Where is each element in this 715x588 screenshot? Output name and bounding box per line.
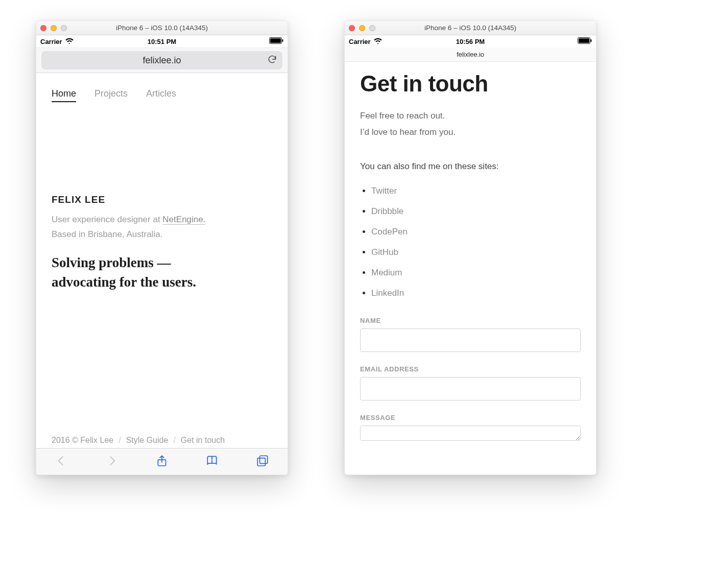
form-group-name: NAME <box>360 317 581 352</box>
wifi-icon <box>65 38 74 45</box>
footer-separator: / <box>173 436 175 445</box>
clock: 10:51 PM <box>148 38 176 45</box>
url-text: felixlee.io <box>142 55 181 66</box>
url-text: felixlee.io <box>457 51 484 58</box>
social-link-twitter[interactable]: Twitter <box>371 181 581 201</box>
form-group-message: MESSAGE <box>360 414 581 443</box>
svg-rect-8 <box>591 39 592 42</box>
url-pill[interactable]: felixlee.io <box>41 51 282 69</box>
ios-status-bar: Carrier 10:51 PM <box>36 35 288 48</box>
form-group-email: EMAIL ADDRESS <box>360 365 581 401</box>
social-link-codepen[interactable]: CodePen <box>371 222 581 242</box>
social-links-list: Twitter Dribbble CodePen GitHub Medium L… <box>360 181 581 303</box>
svg-rect-7 <box>579 38 589 43</box>
also-find-text: You can also find me on these sites: <box>360 161 581 172</box>
lead-line2: I’d love to hear from you. <box>360 124 581 140</box>
tab-projects[interactable]: Projects <box>94 88 128 102</box>
carrier-label: Carrier <box>40 38 62 45</box>
social-link-dribbble[interactable]: Dribbble <box>371 201 581 222</box>
social-link-github[interactable]: GitHub <box>371 242 581 263</box>
mac-titlebar: iPhone 6 – iOS 10.0 (14A345) <box>36 21 288 35</box>
email-label: EMAIL ADDRESS <box>360 365 581 373</box>
nav-tabs: Home Projects Articles <box>36 73 288 102</box>
svg-rect-2 <box>282 39 283 42</box>
svg-rect-1 <box>270 38 281 43</box>
zoom-icon[interactable] <box>369 25 375 31</box>
carrier-label: Carrier <box>349 38 371 45</box>
battery-icon <box>578 37 592 45</box>
back-icon[interactable] <box>55 454 68 469</box>
traffic-lights <box>349 25 375 31</box>
close-icon[interactable] <box>40 25 46 31</box>
svg-rect-4 <box>259 456 267 463</box>
reload-icon[interactable] <box>267 54 277 67</box>
ios-status-bar: Carrier 10:56 PM <box>345 35 596 48</box>
email-input[interactable] <box>360 377 581 401</box>
svg-rect-5 <box>257 458 265 465</box>
lead-line1: Feel free to reach out. <box>360 108 581 124</box>
battery-icon <box>269 37 283 45</box>
close-icon[interactable] <box>349 25 355 31</box>
tagline-line1: Solving problems — <box>52 255 171 270</box>
page-home: Home Projects Articles FELIX LEE User ex… <box>36 73 288 475</box>
tab-articles[interactable]: Articles <box>146 88 176 102</box>
forward-icon[interactable] <box>105 454 118 469</box>
minimize-icon[interactable] <box>359 25 365 31</box>
brand-name: FELIX LEE <box>52 194 272 205</box>
bookmarks-icon[interactable] <box>205 454 219 469</box>
footer-contact[interactable]: Get in touch <box>181 436 225 445</box>
simulator-window-left: iPhone 6 – iOS 10.0 (14A345) Carrier 10:… <box>36 20 288 475</box>
footer-links: 2016 © Felix Lee / Style Guide / Get in … <box>52 436 272 445</box>
byline: User experience designer at NetEngine. B… <box>52 213 272 242</box>
traffic-lights <box>40 25 67 31</box>
tab-home[interactable]: Home <box>52 88 76 102</box>
footer-separator: / <box>118 436 121 445</box>
social-link-medium[interactable]: Medium <box>371 263 581 283</box>
footer-copyright: 2016 © Felix Lee <box>52 436 113 445</box>
page-title: Get in touch <box>360 71 581 97</box>
page-contact: Get in touch Feel free to reach out. I’d… <box>345 62 596 475</box>
tagline-line2: advocating for the users. <box>52 274 196 290</box>
tabs-icon[interactable] <box>256 454 269 469</box>
name-input[interactable] <box>360 328 581 352</box>
zoom-icon[interactable] <box>61 25 67 31</box>
window-title: iPhone 6 – iOS 10.0 (14A345) <box>345 24 596 32</box>
lead-text: Feel free to reach out. I’d love to hear… <box>360 108 581 141</box>
name-label: NAME <box>360 317 581 324</box>
share-icon[interactable] <box>155 454 169 469</box>
minimize-icon[interactable] <box>51 25 57 31</box>
byline-prefix: User experience designer at <box>52 215 162 224</box>
simulator-window-right: iPhone 6 – iOS 10.0 (14A345) Carrier 10:… <box>344 20 597 475</box>
byline-link[interactable]: NetEngine. <box>162 215 205 225</box>
tagline: Solving problems — advocating for the us… <box>52 253 272 292</box>
safari-url-bar-mini[interactable]: felixlee.io <box>345 48 596 62</box>
message-input[interactable] <box>360 426 581 441</box>
wifi-icon <box>374 38 382 45</box>
safari-toolbar <box>36 448 288 475</box>
message-label: MESSAGE <box>360 414 581 421</box>
footer-style-guide[interactable]: Style Guide <box>126 436 169 445</box>
safari-url-bar[interactable]: felixlee.io <box>36 48 288 73</box>
window-title: iPhone 6 – iOS 10.0 (14A345) <box>36 24 288 32</box>
clock: 10:56 PM <box>456 38 485 45</box>
social-link-linkedin[interactable]: LinkedIn <box>371 283 581 303</box>
mac-titlebar: iPhone 6 – iOS 10.0 (14A345) <box>345 21 596 35</box>
byline-location: Based in Brisbane, Australia. <box>52 229 162 239</box>
hero: FELIX LEE User experience designer at Ne… <box>36 194 288 292</box>
